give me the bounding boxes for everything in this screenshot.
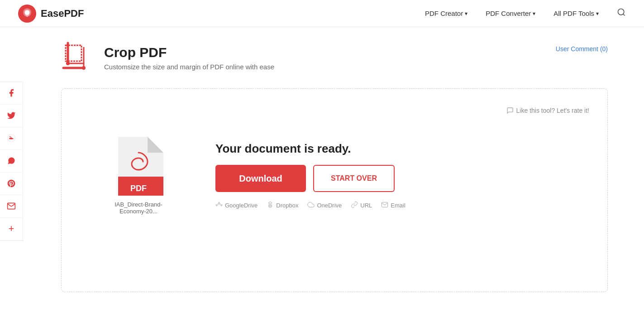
crop-pdf-icon xyxy=(61,41,95,75)
tool-card-top: Like this tool? Let's rate it! xyxy=(80,107,589,114)
export-options: GoogleDrive Dropbox xyxy=(215,201,405,210)
nav-pdf-converter[interactable]: PDF Converter ▾ xyxy=(486,10,535,17)
page-title: Crop PDF xyxy=(104,45,274,60)
tool-card-body: PDF IAB_Direct-Brand-Economy-20... Your … xyxy=(80,128,589,224)
export-dropbox[interactable]: Dropbox xyxy=(267,201,298,210)
social-reddit[interactable] xyxy=(0,127,23,150)
pdf-file-icon: PDF xyxy=(114,137,163,196)
social-twitter[interactable] xyxy=(0,105,23,127)
nav-pdf-creator-label: PDF Creator xyxy=(425,10,463,17)
ready-text: Your document is ready. xyxy=(215,142,405,156)
rate-label: Like this tool? Let's rate it! xyxy=(516,107,589,114)
page-title-area: Crop PDF Customsize the size and margin … xyxy=(104,45,274,71)
page-header-left: Crop PDF Customsize the size and margin … xyxy=(61,41,274,75)
onedrive-icon xyxy=(307,201,315,210)
dropbox-label: Dropbox xyxy=(276,202,298,209)
chevron-down-icon: ▾ xyxy=(596,10,599,17)
social-facebook[interactable] xyxy=(0,82,23,105)
export-onedrive[interactable]: OneDrive xyxy=(307,201,342,210)
url-icon xyxy=(351,201,358,210)
search-button[interactable] xyxy=(617,8,626,19)
result-area: Your document is ready. Download START O… xyxy=(215,142,405,210)
nav-pdf-creator[interactable]: PDF Creator ▾ xyxy=(425,10,467,17)
user-comment-link[interactable]: User Comment (0) xyxy=(556,45,608,53)
nav-all-pdf-tools-label: All PDF Tools xyxy=(553,10,594,17)
url-label: URL xyxy=(360,202,372,209)
header-nav: PDF Creator ▾ PDF Converter ▾ All PDF To… xyxy=(425,8,626,19)
svg-point-11 xyxy=(82,66,86,70)
svg-point-2 xyxy=(25,10,29,15)
export-googledrive[interactable]: GoogleDrive xyxy=(215,201,258,210)
svg-text:PDF: PDF xyxy=(130,184,147,193)
chevron-down-icon: ▾ xyxy=(465,10,467,17)
export-url[interactable]: URL xyxy=(351,201,372,210)
page-header: Crop PDF Customsize the size and margin … xyxy=(61,41,608,75)
svg-point-10 xyxy=(66,62,70,65)
logo[interactable]: EasePDF xyxy=(18,5,84,23)
googledrive-label: GoogleDrive xyxy=(225,202,258,209)
nav-all-pdf-tools[interactable]: All PDF Tools ▾ xyxy=(553,10,599,17)
page-subtitle: Customsize the size and margin of PDF on… xyxy=(104,63,274,71)
email-export-icon xyxy=(381,201,388,210)
onedrive-label: OneDrive xyxy=(317,202,342,209)
social-sidebar: + xyxy=(0,82,23,241)
dropbox-icon xyxy=(267,201,274,210)
export-email[interactable]: Email xyxy=(381,201,405,210)
tool-card: Like this tool? Let's rate it! PDF xyxy=(61,88,608,292)
nav-pdf-converter-label: PDF Converter xyxy=(486,10,531,17)
main-content: Crop PDF Customsize the size and margin … xyxy=(25,27,644,306)
chevron-down-icon: ▾ xyxy=(533,10,535,17)
googledrive-icon xyxy=(215,201,223,210)
svg-point-3 xyxy=(618,9,624,15)
social-email[interactable] xyxy=(0,195,23,218)
action-buttons: Download START OVER xyxy=(215,165,405,192)
social-more[interactable]: + xyxy=(0,218,23,240)
rate-link[interactable]: Like this tool? Let's rate it! xyxy=(506,107,589,114)
email-label: Email xyxy=(391,202,405,209)
header: EasePDF PDF Creator ▾ PDF Converter ▾ Al… xyxy=(0,0,644,27)
logo-text: EasePDF xyxy=(41,8,84,19)
svg-line-4 xyxy=(623,14,625,16)
start-over-button[interactable]: START OVER xyxy=(313,165,395,192)
social-whatsapp[interactable] xyxy=(0,150,23,173)
download-button[interactable]: Download xyxy=(215,165,306,192)
pdf-preview: PDF IAB_Direct-Brand-Economy-20... xyxy=(107,137,170,215)
pdf-filename: IAB_Direct-Brand-Economy-20... xyxy=(107,201,170,215)
social-pinterest[interactable] xyxy=(0,173,23,195)
